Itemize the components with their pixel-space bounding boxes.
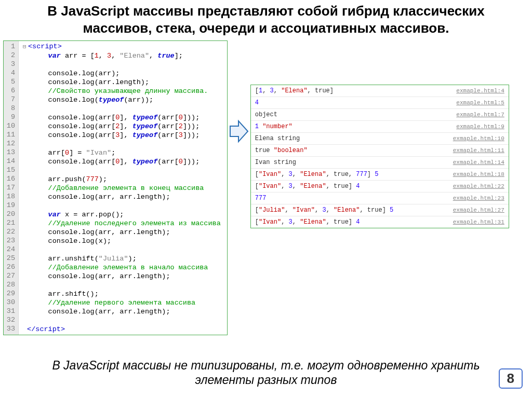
arrow-icon	[229, 118, 249, 146]
line-number: 22	[6, 227, 15, 236]
line-number: 14	[6, 157, 15, 166]
slide-title: В JavaScript массивы представляют собой …	[0, 0, 532, 40]
line-number: 32	[6, 315, 15, 324]
code-line: console.log(arr, arr.length);	[23, 272, 221, 281]
line-number: 16	[6, 174, 15, 183]
console-source-link[interactable]: exmaple.html:11	[453, 147, 504, 154]
console-row: 777exmaple.html:23	[251, 193, 509, 204]
console-output-value: true "boolean"	[255, 147, 308, 154]
code-line: //Свойство указывающее длинну массива.	[23, 87, 221, 95]
console-row: ["Ivan", 3, "Elena", true] 4exmaple.html…	[251, 216, 509, 228]
code-line: arr.shift();	[23, 290, 221, 298]
console-source-link[interactable]: exmaple.html:4	[456, 88, 504, 94]
console-row: ["Ivan", 3, "Elena", true, 777] 5exmaple…	[251, 169, 509, 181]
console-output-value: ["Julia", "Ivan", 3, "Elena", true] 5	[255, 207, 394, 214]
code-area: ⊟<script> var arr = [1, 3, "Elena", true…	[19, 41, 227, 335]
console-source-link[interactable]: exmaple.html:23	[453, 195, 504, 201]
code-line	[23, 201, 221, 210]
line-number: 30	[6, 298, 15, 307]
console-output-value: object	[255, 111, 277, 118]
line-number: 33	[6, 324, 15, 333]
line-number: 23	[6, 236, 15, 245]
code-line	[23, 104, 221, 113]
line-number: 12	[6, 139, 15, 148]
console-output-value: [1, 3, "Elena", true]	[255, 87, 334, 94]
code-line: arr[0] = "Ivan";	[23, 148, 221, 157]
line-number: 6	[6, 86, 15, 95]
code-line: ⊟<script>	[23, 42, 221, 51]
code-line: console.log(arr, arr.length);	[23, 193, 221, 201]
line-number: 8	[6, 104, 15, 113]
code-line: var x = arr.pop();	[23, 210, 221, 219]
console-output-value: 777	[255, 195, 267, 202]
code-line: //Добавление элемента в конец массива	[23, 184, 221, 193]
console-output-value: 4	[255, 99, 259, 106]
console-source-link[interactable]: exmaple.html:7	[456, 112, 504, 118]
console-row: ["Ivan", 3, "Elena", true] 4exmaple.html…	[251, 181, 509, 193]
console-source-link[interactable]: exmaple.html:31	[453, 219, 504, 225]
code-line: console.log(arr, arr.length);	[23, 307, 221, 316]
code-line: console.log(arr[2], typeof(arr[2]));	[23, 122, 221, 131]
code-line: arr.push(777);	[23, 175, 221, 184]
console-source-link[interactable]: exmaple.html:27	[453, 207, 504, 213]
line-number: 25	[6, 254, 15, 263]
code-line: console.log(arr);	[23, 69, 221, 78]
console-source-link[interactable]: exmaple.html:9	[456, 123, 504, 130]
code-line: arr.unshift("Julia");	[23, 254, 221, 263]
console-output-value: ["Ivan", 3, "Elena", true] 4	[255, 218, 360, 226]
console-output-value: Ivan string	[255, 159, 296, 166]
console-source-link[interactable]: exmaple.html:14	[453, 159, 504, 166]
line-number: 21	[6, 218, 15, 227]
line-number: 2	[6, 51, 15, 60]
code-line	[23, 60, 221, 69]
line-number: 3	[6, 60, 15, 68]
line-number: 31	[6, 307, 15, 315]
code-line: console.log(arr[0], typeof(arr[0]));	[23, 157, 221, 166]
console-output-value: ["Ivan", 3, "Elena", true] 4	[255, 183, 360, 190]
line-number: 4	[6, 68, 15, 77]
console-output: [1, 3, "Elena", true]exmaple.html:44exma…	[250, 85, 509, 228]
page-number: 8	[499, 368, 523, 389]
line-number: 7	[6, 95, 15, 104]
line-number: 17	[6, 183, 15, 192]
line-number: 24	[6, 245, 15, 254]
line-number: 20	[6, 210, 15, 218]
line-number: 18	[6, 192, 15, 201]
line-numbers: 1234567891011121314151617181920212223242…	[4, 41, 19, 335]
code-line	[23, 166, 221, 175]
code-line	[23, 140, 221, 148]
console-output-value: ["Ivan", 3, "Elena", true, 777] 5	[255, 171, 379, 178]
line-number: 5	[6, 77, 15, 86]
console-row: 4exmaple.html:5	[251, 97, 509, 109]
code-line: </script>	[23, 325, 221, 334]
main-content: 1234567891011121314151617181920212223242…	[0, 40, 532, 335]
code-line: console.log(typeof(arr));	[23, 95, 221, 104]
code-line: console.log(arr[0], typeof(arr[0]));	[23, 113, 221, 122]
console-source-link[interactable]: exmaple.html:10	[453, 135, 504, 142]
line-number: 27	[6, 271, 15, 280]
line-number: 26	[6, 263, 15, 271]
line-number: 15	[6, 166, 15, 174]
code-line: console.log(arr.length);	[23, 78, 221, 87]
console-row: true "boolean"exmaple.html:11	[251, 145, 509, 157]
code-line: console.log(arr, arr.length);	[23, 228, 221, 237]
code-line: console.log(arr[3], typeof(arr[3]));	[23, 131, 221, 140]
code-line: console.log(x);	[23, 237, 221, 245]
console-row: 1 "number"exmaple.html:9	[251, 121, 509, 133]
code-line	[23, 245, 221, 254]
console-row: ["Julia", "Ivan", 3, "Elena", true] 5exm…	[251, 204, 509, 216]
line-number: 9	[6, 113, 15, 121]
line-number: 1	[6, 42, 15, 51]
line-number: 19	[6, 201, 15, 210]
code-line: //Добавление элемента в начало массива	[23, 263, 221, 272]
console-source-link[interactable]: exmaple.html:5	[456, 100, 504, 106]
console-output-value: 1 "number"	[255, 123, 292, 130]
line-number: 13	[6, 148, 15, 157]
console-row: [1, 3, "Elena", true]exmaple.html:4	[251, 85, 509, 97]
console-output-value: Elena string	[255, 135, 300, 142]
code-line	[23, 316, 221, 325]
console-source-link[interactable]: exmaple.html:18	[453, 171, 504, 177]
console-source-link[interactable]: exmaple.html:22	[453, 183, 504, 189]
code-editor: 1234567891011121314151617181920212223242…	[3, 40, 228, 335]
line-number: 10	[6, 121, 15, 130]
